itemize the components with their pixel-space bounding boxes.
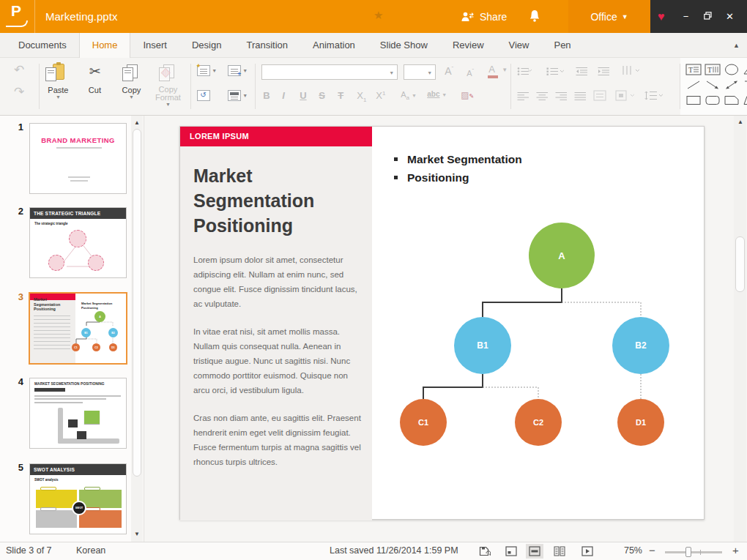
slideshow-icon[interactable] [579, 544, 596, 559]
zoom-level: 75% [612, 545, 642, 556]
align-center-button [536, 92, 549, 101]
favorite-star-icon[interactable]: ★ [374, 9, 383, 22]
notification-bell-icon[interactable] [529, 10, 540, 26]
ribbon-tabbar: Documents Home Insert Design Transition … [0, 33, 747, 58]
font-size-select[interactable]: ▼ [404, 64, 436, 80]
slide-thumbnail-4[interactable]: MARKET SEGMENTATION POSITIONING [29, 378, 127, 449]
zoom-slider-handle[interactable] [685, 547, 691, 557]
font-name-select[interactable]: ▼ [261, 64, 398, 80]
thumbnail-scrollbar[interactable]: ▲ ▼ [131, 116, 143, 542]
slide-number-1: 1 [10, 122, 23, 132]
change-case-button: Aa ▼ [401, 90, 417, 101]
shape-elbow-connector[interactable] [741, 77, 747, 92]
org-node-b2[interactable]: B2 [612, 317, 669, 374]
org-node-a[interactable]: A [529, 223, 595, 288]
shape-vertical-text-box[interactable]: T [703, 61, 722, 77]
shape-ellipse[interactable] [722, 61, 741, 77]
tab-design[interactable]: Design [179, 33, 234, 58]
sorter-view-icon[interactable] [551, 544, 568, 559]
slide-view-icon[interactable] [502, 544, 520, 559]
org-node-b1[interactable]: B1 [454, 317, 511, 374]
office-label: Office [590, 11, 617, 23]
scroll-down-icon[interactable]: ▼ [134, 531, 140, 537]
app-logo[interactable]: P [0, 0, 35, 33]
duplicate-slide-button[interactable]: + ▼ [228, 65, 248, 76]
zoom-in-button[interactable]: + [732, 544, 739, 556]
cut-icon: ✂ [89, 64, 100, 79]
org-node-c2[interactable]: C2 [515, 399, 562, 446]
justify-button [574, 92, 587, 101]
current-slide[interactable]: LOREM IPSUM Market Segmentation Position… [179, 126, 705, 520]
slide-thumbnail-1[interactable]: BRAND MARKETING [29, 123, 127, 194]
language-indicator[interactable]: Korean [76, 545, 105, 556]
scroll-up-icon[interactable]: ▲ [737, 119, 743, 125]
slide-thumbnail-5[interactable]: SWOT ANALYSIS SWOT analysis SWOT [29, 463, 127, 534]
layout-button[interactable]: ▼ [228, 90, 248, 101]
reset-slide-button[interactable]: ↺ [197, 90, 210, 101]
undo-button[interactable]: ↶ [14, 62, 24, 78]
org-node-c1[interactable]: C1 [400, 399, 447, 446]
shape-rounded-rectangle[interactable] [703, 92, 722, 108]
undo-redo-group: ↶ ↷ [0, 58, 39, 115]
normal-view-icon[interactable] [526, 544, 543, 559]
slide-thumbnail-3-selected[interactable]: Market Segmentation Positioning Market S… [29, 292, 127, 365]
cut-button[interactable]: ✂ Cut [76, 63, 113, 115]
italic-button: I [282, 90, 285, 101]
subscript-button: X1 [357, 90, 366, 103]
minimize-button[interactable]: − [675, 11, 697, 22]
grow-font-button: Aˆ [445, 65, 453, 77]
shape-double-arrow[interactable] [722, 77, 741, 92]
new-slide-icon: ✦ [196, 62, 201, 70]
zoom-slider[interactable] [665, 551, 722, 553]
office-menu-button[interactable]: Office ▼ [568, 0, 650, 33]
collapse-ribbon-icon[interactable]: ▲ [733, 42, 740, 49]
decrease-indent-button [576, 67, 589, 76]
chevron-down-icon: ▼ [389, 70, 394, 75]
align-right-button [555, 92, 568, 101]
line-spacing-button [644, 90, 664, 101]
copy-button[interactable]: Copy ▼ [113, 63, 149, 115]
share-button[interactable]: Share [461, 0, 507, 33]
tab-review[interactable]: Review [440, 33, 497, 58]
close-button[interactable]: ✕ [719, 11, 741, 22]
autosave-icon[interactable] [476, 544, 494, 559]
tab-home[interactable]: Home [79, 33, 131, 58]
tab-documents[interactable]: Documents [6, 33, 79, 58]
tab-transition[interactable]: Transition [234, 33, 300, 58]
scrollbar-thumb[interactable] [133, 129, 141, 477]
scrollbar-thumb[interactable] [735, 236, 745, 292]
paste-button[interactable]: Paste ▼ [40, 63, 76, 115]
scroll-up-icon[interactable]: ▲ [134, 119, 140, 126]
statusbar: Slide 3 of 7 Korean Last saved 11/26/201… [0, 542, 747, 560]
tab-animation[interactable]: Animation [300, 33, 368, 58]
shape-triangle[interactable] [741, 61, 747, 77]
chevron-down-icon: ▼ [40, 94, 76, 100]
bullet-list-button [517, 67, 535, 76]
zoom-out-button[interactable]: − [649, 544, 655, 556]
shape-arrow[interactable] [703, 77, 722, 92]
tab-slide-show[interactable]: Slide Show [368, 33, 440, 58]
chevron-down-icon: ▼ [212, 68, 217, 73]
slide-canvas: LOREM IPSUM Market Segmentation Position… [144, 116, 747, 542]
redo-button[interactable]: ↷ [14, 84, 24, 100]
ribbon: ↶ ↷ Paste ▼ ✂ Cut Copy ▼ [0, 58, 747, 116]
chevron-down-icon: ▼ [149, 102, 186, 107]
shape-snip-rectangle[interactable] [722, 92, 741, 108]
tab-pen[interactable]: Pen [541, 33, 583, 58]
restore-button[interactable] [697, 11, 719, 22]
copy-icon [113, 63, 149, 83]
new-slide-button[interactable]: ✦ ▼ [197, 65, 217, 76]
tab-insert[interactable]: Insert [130, 33, 179, 58]
shape-rectangle[interactable] [684, 92, 703, 108]
heart-icon[interactable]: ♥ [658, 10, 665, 23]
shape-line[interactable] [684, 77, 703, 92]
shape-parallelogram[interactable] [741, 92, 747, 108]
slide-thumbnail-2[interactable]: THE STRATEGIC TRIANGLE The strategic tri… [29, 207, 127, 278]
chevron-down-icon: ▼ [242, 93, 248, 98]
char-spacing-button: abc ▼ [427, 90, 447, 98]
share-label: Share [480, 11, 507, 23]
tab-view[interactable]: View [497, 33, 542, 58]
shape-text-box[interactable]: T [684, 61, 703, 77]
org-node-d1[interactable]: D1 [617, 399, 664, 446]
canvas-scrollbar[interactable]: ▲ [734, 116, 746, 542]
